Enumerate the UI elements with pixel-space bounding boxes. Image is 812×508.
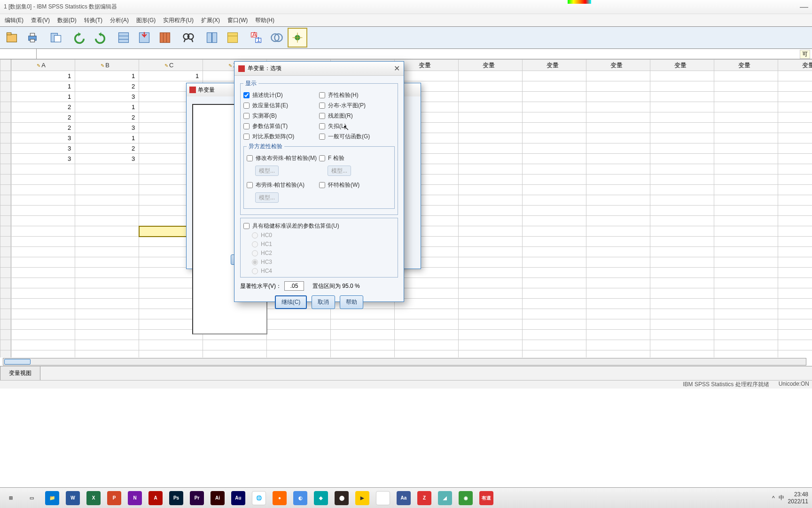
- data-cell[interactable]: [586, 143, 650, 154]
- menu-view[interactable]: 查看(V): [31, 16, 50, 24]
- data-cell[interactable]: [778, 81, 812, 92]
- row-header[interactable]: [0, 175, 11, 185]
- data-cell[interactable]: [650, 278, 714, 288]
- data-cell[interactable]: [459, 154, 523, 164]
- data-cell[interactable]: [586, 154, 650, 164]
- column-header[interactable]: 变量: [778, 60, 812, 71]
- data-cell[interactable]: [650, 154, 714, 164]
- data-cell[interactable]: [586, 71, 650, 81]
- data-cell[interactable]: [650, 309, 714, 319]
- menu-transform[interactable]: 转换(T): [84, 16, 102, 24]
- taskbar-ai[interactable]: Ai: [211, 491, 225, 505]
- row-header[interactable]: [0, 330, 11, 340]
- taskbar-ps[interactable]: Ps: [169, 491, 183, 505]
- data-cell[interactable]: [714, 195, 778, 206]
- white-test-checkbox[interactable]: 怀特检验(W): [319, 181, 391, 189]
- data-cell[interactable]: [714, 112, 778, 123]
- data-cell[interactable]: [459, 268, 523, 278]
- data-cell[interactable]: [459, 164, 523, 175]
- data-cell[interactable]: [778, 216, 812, 226]
- data-cell[interactable]: 2: [75, 81, 139, 92]
- data-cell[interactable]: [650, 340, 714, 350]
- residual-plot-checkbox[interactable]: 残差图(R): [319, 112, 395, 120]
- data-cell[interactable]: [75, 299, 139, 309]
- data-cell[interactable]: [11, 164, 75, 175]
- data-cell[interactable]: [75, 216, 139, 226]
- data-cell[interactable]: [586, 112, 650, 123]
- undo-button[interactable]: [70, 28, 89, 48]
- data-cell[interactable]: [75, 257, 139, 268]
- column-header[interactable]: 变量: [650, 60, 714, 71]
- taskview-button[interactable]: ▭: [24, 491, 39, 505]
- data-cell[interactable]: [459, 92, 523, 102]
- data-cell[interactable]: [714, 164, 778, 175]
- data-cell[interactable]: [523, 164, 586, 175]
- taskbar-app2[interactable]: ◐: [293, 491, 307, 505]
- data-cell[interactable]: [11, 309, 75, 319]
- data-cell[interactable]: [459, 257, 523, 268]
- data-cell[interactable]: [586, 185, 650, 195]
- data-cell[interactable]: [586, 237, 650, 247]
- row-header[interactable]: [0, 81, 11, 92]
- data-cell[interactable]: [459, 237, 523, 247]
- use-sets-button[interactable]: [267, 28, 287, 48]
- homogeneity-checkbox[interactable]: 齐性检验(H): [319, 91, 395, 99]
- data-cell[interactable]: [650, 206, 714, 216]
- data-cell[interactable]: [267, 319, 331, 330]
- data-cell[interactable]: [11, 185, 75, 195]
- data-cell[interactable]: [395, 319, 459, 330]
- row-header[interactable]: [0, 237, 11, 247]
- row-header[interactable]: [0, 319, 11, 330]
- row-header[interactable]: [0, 299, 11, 309]
- sig-level-input[interactable]: [284, 281, 304, 291]
- data-cell[interactable]: [650, 350, 714, 358]
- data-cell[interactable]: [395, 350, 459, 358]
- start-button[interactable]: ⊞: [4, 491, 18, 505]
- data-cell[interactable]: [714, 299, 778, 309]
- data-cell[interactable]: [650, 247, 714, 257]
- value-labels-button[interactable]: A1: [246, 28, 266, 48]
- variables-button[interactable]: [155, 28, 175, 48]
- data-cell[interactable]: [11, 340, 75, 350]
- row-header[interactable]: [0, 309, 11, 319]
- data-cell[interactable]: [11, 330, 75, 340]
- data-cell[interactable]: [586, 257, 650, 268]
- data-cell[interactable]: [75, 175, 139, 185]
- data-cell[interactable]: [523, 247, 586, 257]
- data-cell[interactable]: 3: [75, 154, 139, 164]
- row-header[interactable]: [0, 216, 11, 226]
- data-cell[interactable]: [459, 309, 523, 319]
- data-cell[interactable]: [586, 195, 650, 206]
- data-cell[interactable]: [586, 226, 650, 237]
- menu-extensions[interactable]: 扩展(X): [201, 16, 220, 24]
- cancel-button[interactable]: 取消: [312, 295, 335, 309]
- data-cell[interactable]: [778, 226, 812, 237]
- data-cell[interactable]: [459, 81, 523, 92]
- data-cell[interactable]: 2: [75, 143, 139, 154]
- data-cell[interactable]: [714, 247, 778, 257]
- data-cell[interactable]: [75, 195, 139, 206]
- data-cell[interactable]: [523, 299, 586, 309]
- data-cell[interactable]: [75, 350, 139, 358]
- contrast-matrix-checkbox[interactable]: 对比系数矩阵(O): [243, 133, 319, 141]
- data-cell[interactable]: [459, 288, 523, 299]
- data-cell[interactable]: [459, 278, 523, 288]
- taskbar-app1[interactable]: ●: [273, 491, 287, 505]
- data-cell[interactable]: 2: [11, 112, 75, 123]
- data-cell[interactable]: [523, 268, 586, 278]
- row-header[interactable]: [0, 92, 11, 102]
- redo-button[interactable]: [90, 28, 110, 48]
- data-cell[interactable]: [459, 206, 523, 216]
- data-cell[interactable]: [11, 299, 75, 309]
- menu-window[interactable]: 窗口(W): [227, 16, 248, 24]
- data-cell[interactable]: [778, 123, 812, 133]
- menu-help[interactable]: 帮助(H): [255, 16, 274, 24]
- data-cell[interactable]: [714, 175, 778, 185]
- data-cell[interactable]: [75, 340, 139, 350]
- data-cell[interactable]: [586, 309, 650, 319]
- data-cell[interactable]: [714, 71, 778, 81]
- data-cell[interactable]: [459, 123, 523, 133]
- data-cell[interactable]: [11, 175, 75, 185]
- data-cell[interactable]: [395, 288, 459, 299]
- taskbar-youdao[interactable]: 有道: [479, 491, 493, 505]
